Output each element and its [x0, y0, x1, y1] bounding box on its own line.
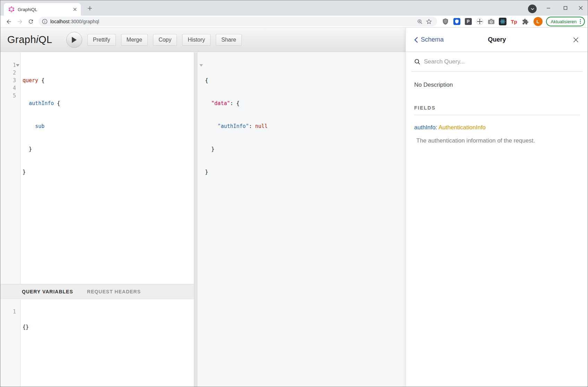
query-editor-gutter: 1 2 3 4 5: [0, 52, 20, 284]
line-number: 5: [0, 92, 20, 100]
forward-button[interactable]: [14, 17, 25, 26]
ublock-extension-icon[interactable]: [440, 17, 451, 26]
doc-close-icon[interactable]: [572, 36, 580, 44]
zoom-indicator-icon[interactable]: [416, 17, 425, 26]
doc-explorer-header: Schema Query: [406, 28, 588, 52]
window-minimize-button[interactable]: [544, 3, 553, 13]
line-number: 3: [0, 77, 20, 84]
prettify-button[interactable]: Prettify: [87, 34, 116, 46]
url-path: :3000/graphql: [69, 19, 99, 24]
graphiql-logo: GraphiQL: [7, 34, 52, 45]
result-code: { "data": { "authInfo": null } }: [197, 52, 406, 191]
back-button[interactable]: [3, 17, 14, 26]
line-number: 4: [0, 84, 20, 92]
field-description: The authentication information of the re…: [414, 137, 580, 144]
line-number: 2: [0, 69, 20, 77]
history-button[interactable]: History: [182, 34, 211, 46]
doc-search-row: [411, 52, 582, 72]
window-close-button[interactable]: [576, 3, 586, 13]
merge-button[interactable]: Merge: [121, 34, 148, 46]
doc-explorer-panel: Schema Query No Description FIELDS authI…: [406, 28, 588, 387]
fold-arrow-icon[interactable]: [199, 64, 203, 67]
type-description: No Description: [414, 81, 580, 88]
browser-window: GraphiQL: [0, 0, 588, 387]
page-info-icon[interactable]: [42, 19, 48, 24]
bookmark-star-icon[interactable]: [425, 17, 434, 26]
execute-query-button[interactable]: [66, 32, 82, 48]
browser-menu-update-button[interactable]: Aktualisieren: [546, 17, 585, 26]
update-label: Aktualisieren: [551, 19, 577, 24]
doc-body: No Description FIELDS authInfo: Authenti…: [406, 72, 588, 154]
variables-tab-bar: QUERY VARIABLES REQUEST HEADERS: [0, 284, 194, 299]
copy-button[interactable]: Copy: [153, 34, 177, 46]
window-maximize-button[interactable]: [561, 3, 570, 13]
tab-query-variables[interactable]: QUERY VARIABLES: [22, 289, 73, 294]
browser-toolbar: localhost:3000/graphql P: [0, 16, 588, 28]
kebab-menu-icon: [578, 19, 583, 24]
field-row: authInfo: AuthenticationInfo: [414, 124, 580, 131]
field-type-link[interactable]: AuthenticationInfo: [438, 124, 486, 131]
new-tab-button[interactable]: [86, 4, 94, 12]
query-editor[interactable]: 1 2 3 4 5 query { authInfo { sub } }: [0, 52, 194, 284]
p-extension-icon[interactable]: P: [463, 17, 474, 26]
play-icon: [71, 36, 77, 43]
share-button[interactable]: Share: [216, 34, 242, 46]
tab-strip: GraphiQL: [0, 0, 588, 16]
fold-arrow-icon[interactable]: [16, 64, 19, 67]
doc-search-input[interactable]: [424, 58, 582, 65]
tab-title: GraphiQL: [18, 7, 72, 12]
fields-heading: FIELDS: [414, 105, 580, 115]
query-variables-editor[interactable]: 1 {}: [0, 300, 194, 387]
browser-tab[interactable]: GraphiQL: [4, 3, 81, 16]
result-viewer[interactable]: { "data": { "authInfo": null } }: [197, 52, 406, 387]
reload-button[interactable]: [25, 17, 36, 26]
variables-gutter: 1: [0, 300, 20, 387]
search-icon: [414, 59, 420, 65]
field-name-link[interactable]: authInfo: [414, 124, 435, 131]
tab-search-button[interactable]: [528, 5, 537, 13]
graphiql-topbar: GraphiQL Prettify Merge Copy History Sha…: [0, 28, 406, 52]
tab-request-headers[interactable]: REQUEST HEADERS: [87, 289, 141, 294]
url-host: localhost: [50, 19, 69, 24]
query-code[interactable]: query { authInfo { sub } }: [20, 52, 60, 284]
screenshot-camera-extension-icon[interactable]: [486, 17, 496, 26]
url-text: localhost:3000/graphql: [50, 19, 416, 24]
line-number: 1: [0, 308, 20, 316]
react-devtools-extension-icon[interactable]: [497, 17, 508, 26]
pane-resize-handle[interactable]: [194, 52, 197, 387]
tp-extension-icon[interactable]: Tp: [509, 17, 519, 26]
doc-title: Query: [406, 36, 588, 43]
profile-avatar[interactable]: L: [534, 17, 543, 26]
move-tool-extension-icon[interactable]: [475, 17, 485, 26]
extensions-puzzle-icon[interactable]: [520, 17, 531, 26]
address-bar[interactable]: localhost:3000/graphql: [39, 17, 437, 26]
tab-close-icon[interactable]: [72, 6, 78, 12]
graphql-favicon: [9, 7, 14, 12]
bitwarden-extension-icon[interactable]: [452, 17, 462, 26]
variables-code[interactable]: {}: [20, 300, 48, 387]
